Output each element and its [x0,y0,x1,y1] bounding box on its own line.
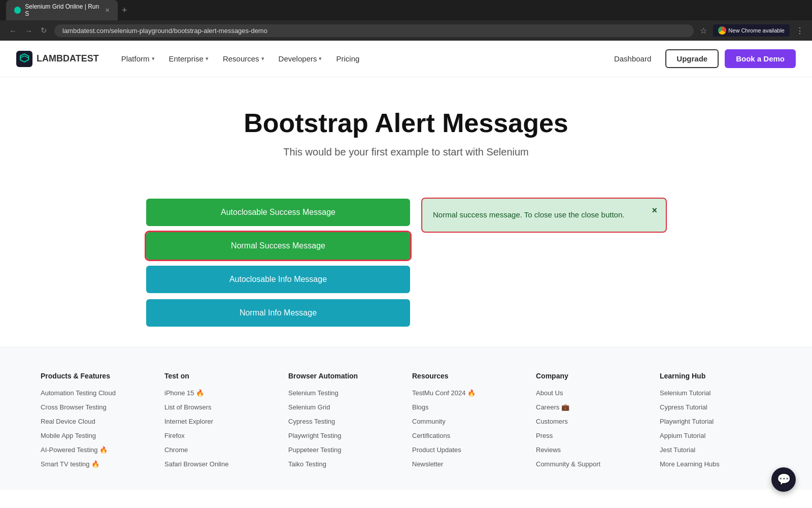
footer-link[interactable]: Smart TV testing 🔥 [41,460,99,468]
bookmark-icon[interactable]: ☆ [698,24,709,38]
footer-link[interactable]: iPhone 15 🔥 [164,389,204,397]
footer-link[interactable]: Cypress Testing [288,418,335,425]
nav-developers[interactable]: Developers ▾ [273,50,328,67]
footer-link[interactable]: Newsletter [412,460,443,468]
nav-platform[interactable]: Platform ▾ [115,50,161,67]
list-item[interactable]: Mobile App Testing [41,431,152,440]
forward-button[interactable]: → [22,24,36,37]
footer-link[interactable]: Taiko Testing [288,460,326,468]
normal-success-btn[interactable]: Normal Success Message [146,232,410,260]
list-item[interactable]: Playwright Tutorial [660,417,771,426]
chat-button[interactable]: 💬 [771,467,796,490]
back-button[interactable]: ← [6,24,20,37]
platform-label: Platform [121,54,150,63]
list-item[interactable]: Safari Browser Online [164,459,276,468]
nav-pricing[interactable]: Pricing [330,50,365,67]
list-item[interactable]: More Learning Hubs [660,459,771,468]
list-item[interactable]: Selenium Testing [288,388,400,397]
list-item[interactable]: Cross Browser Testing [41,402,152,411]
footer-link[interactable]: Playwright Tutorial [660,418,714,425]
list-item[interactable]: Product Updates [412,445,524,454]
list-item[interactable]: Jest Tutorial [660,445,771,454]
list-item[interactable]: List of Browsers [164,402,276,411]
list-item[interactable]: Real Device Cloud [41,417,152,426]
new-chrome-badge[interactable]: New Chrome available [713,24,790,37]
list-item[interactable]: Smart TV testing 🔥 [41,459,152,468]
list-item[interactable]: Cypress Testing [288,417,400,426]
list-item[interactable]: Careers 💼 [536,402,648,411]
list-item[interactable]: Automation Testing Cloud [41,388,152,397]
footer-link[interactable]: Safari Browser Online [164,460,228,468]
tab-close-icon[interactable]: ✕ [105,7,110,14]
footer-link[interactable]: Community [412,418,446,425]
footer-link[interactable]: Certifications [412,432,450,439]
autoclosable-info-btn[interactable]: Autoclosable Info Message [146,266,410,293]
dashboard-button[interactable]: Dashboard [606,50,659,67]
list-item[interactable]: AI-Powered Testing 🔥 [41,445,152,454]
footer-link[interactable]: Automation Testing Cloud [41,389,116,397]
list-item[interactable]: Selenium Grid [288,402,400,411]
footer-link[interactable]: Selenium Testing [288,389,339,397]
list-item[interactable]: Selenium Tutorial [660,388,771,397]
footer-link[interactable]: Mobile App Testing [41,432,96,439]
footer-link[interactable]: Careers 💼 [536,403,569,411]
footer-link[interactable]: Internet Explorer [164,418,213,425]
list-item[interactable]: Internet Explorer [164,417,276,426]
browser-menu-icon[interactable]: ⋮ [794,24,806,38]
list-item[interactable]: Appium Tutorial [660,431,771,440]
footer-link[interactable]: Selenium Grid [288,403,330,411]
footer-link[interactable]: Chrome [164,446,188,454]
footer-link[interactable]: Reviews [536,446,561,454]
list-item[interactable]: iPhone 15 🔥 [164,388,276,397]
footer-link[interactable]: Puppeteer Testing [288,446,342,454]
footer-link[interactable]: TestMu Conf 2024 🔥 [412,389,476,397]
list-item[interactable]: Firefox [164,431,276,440]
list-item[interactable]: About Us [536,388,648,397]
list-item[interactable]: TestMu Conf 2024 🔥 [412,388,524,397]
refresh-button[interactable]: ↻ [38,24,50,37]
list-item[interactable]: Certifications [412,431,524,440]
list-item[interactable]: Blogs [412,402,524,411]
book-demo-button[interactable]: Book a Demo [725,49,796,68]
active-tab[interactable]: Selenium Grid Online | Run S ✕ [6,0,118,20]
footer-link[interactable]: Selenium Tutorial [660,389,710,397]
list-item[interactable]: Newsletter [412,459,524,468]
footer-link[interactable]: Community & Support [536,460,600,468]
footer-link[interactable]: Press [536,432,553,439]
list-item[interactable]: Customers [536,417,648,426]
list-item[interactable]: Press [536,431,648,440]
list-item[interactable]: Playwright Testing [288,431,400,440]
logo-link[interactable]: LAMBDATEST [16,51,99,67]
list-item[interactable]: Reviews [536,445,648,454]
footer-link[interactable]: Product Updates [412,446,461,454]
upgrade-button[interactable]: Upgrade [665,49,719,68]
footer-link[interactable]: Cross Browser Testing [41,403,107,411]
hero-section: Bootstrap Alert Messages This would be y… [0,77,812,178]
footer-link[interactable]: Firefox [164,432,185,439]
footer-link[interactable]: Playwright Testing [288,432,342,439]
footer-link[interactable]: Blogs [412,403,429,411]
list-item[interactable]: Puppeteer Testing [288,445,400,454]
footer-link[interactable]: AI-Powered Testing 🔥 [41,446,108,454]
footer-link[interactable]: Real Device Cloud [41,418,95,425]
list-item[interactable]: Cypress Tutorial [660,402,771,411]
list-item[interactable]: Chrome [164,445,276,454]
footer-link[interactable]: Customers [536,418,568,425]
alert-close-button[interactable]: × [652,205,657,216]
footer-link[interactable]: Appium Tutorial [660,432,705,439]
footer-link[interactable]: Cypress Tutorial [660,403,707,411]
footer-link[interactable]: Jest Tutorial [660,446,695,454]
footer-link[interactable]: About Us [536,389,563,397]
list-item[interactable]: Taiko Testing [288,459,400,468]
address-input[interactable] [54,24,694,37]
list-item[interactable]: Community [412,417,524,426]
new-tab-button[interactable]: + [120,5,129,16]
footer-link[interactable]: List of Browsers [164,403,211,411]
nav-enterprise[interactable]: Enterprise ▾ [163,50,215,67]
normal-info-btn[interactable]: Normal Info Message [146,299,410,327]
list-item[interactable]: Community & Support [536,459,648,468]
autoclosable-success-btn[interactable]: Autoclosable Success Message [146,199,410,226]
footer-link[interactable]: More Learning Hubs [660,460,720,468]
logo-icon [16,51,32,67]
nav-resources[interactable]: Resources ▾ [217,50,270,67]
